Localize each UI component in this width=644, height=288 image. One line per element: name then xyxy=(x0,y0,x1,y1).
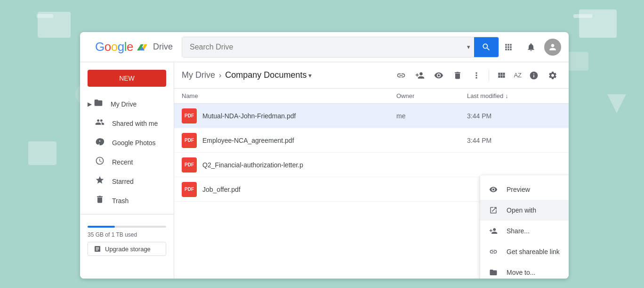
storage-fill xyxy=(88,226,115,228)
search-icon xyxy=(482,42,491,52)
file-name: Employee-NCA_agreement.pdf xyxy=(202,137,396,144)
link-icon xyxy=(396,71,406,80)
details-button[interactable] xyxy=(525,67,542,84)
pdf-icon: PDF xyxy=(182,108,197,123)
search-button[interactable] xyxy=(474,37,499,57)
file-icon: PDF xyxy=(182,108,197,123)
file-name: Job_offer.pdf xyxy=(202,186,396,193)
pdf-icon: PDF xyxy=(182,157,197,173)
settings-button[interactable] xyxy=(544,67,561,84)
sidebar-item-label: Shared with me xyxy=(112,120,158,127)
sort-button[interactable]: AZ xyxy=(512,67,523,84)
share-menu-icon xyxy=(488,225,499,237)
owner-column-header[interactable]: Owner xyxy=(396,92,467,99)
breadcrumb-root[interactable]: My Drive xyxy=(182,70,215,80)
notifications-icon xyxy=(526,42,536,52)
expand-arrow-icon: ▶ xyxy=(88,101,92,107)
table-row[interactable]: PDF Mutual-NDA-John-Friedman.pdf me 3:44… xyxy=(174,104,569,128)
open-with-label: Open with xyxy=(507,206,536,214)
table-row[interactable]: PDF Employee-NCA_agreement.pdf 3:44 PM xyxy=(174,128,569,153)
file-icon: PDF xyxy=(182,133,197,148)
share-menu-label: Share... xyxy=(507,227,530,235)
divider xyxy=(489,70,489,81)
menu-item-move-to[interactable]: Move to... xyxy=(480,262,569,279)
sidebar-item-label: Trash xyxy=(112,197,129,205)
name-column-header[interactable]: Name xyxy=(182,92,396,99)
modified-header-label: Last modified xyxy=(467,92,503,99)
sidebar-item-label: Starred xyxy=(112,178,134,185)
link-menu-icon xyxy=(488,246,499,257)
svg-rect-3 xyxy=(37,14,53,18)
svg-marker-7 xyxy=(607,94,626,113)
folder-icon xyxy=(94,98,103,110)
upgrade-storage-button[interactable]: Upgrade storage xyxy=(88,242,166,256)
search-dropdown-button[interactable]: ▾ xyxy=(463,37,474,57)
share-button[interactable] xyxy=(411,67,428,84)
main-content: My Drive › Company Documents ▾ xyxy=(174,62,569,279)
person-add-icon xyxy=(415,71,425,80)
menu-item-preview[interactable]: Preview xyxy=(480,179,569,200)
storage-bar xyxy=(88,226,166,228)
header: Google Drive ▾ xyxy=(80,32,569,62)
sidebar: NEW ▶ My Drive Shared with me xyxy=(80,62,174,279)
new-button[interactable]: NEW xyxy=(88,70,166,87)
open-with-icon xyxy=(488,205,499,216)
menu-item-get-link[interactable]: Get shareable link xyxy=(480,241,569,262)
sort-label: AZ xyxy=(514,72,522,79)
preview-button[interactable] xyxy=(430,67,447,84)
link-button[interactable] xyxy=(393,67,410,84)
dropdown-icon[interactable]: ▾ xyxy=(308,72,312,79)
sidebar-item-recent[interactable]: Recent xyxy=(80,152,168,172)
context-menu: Preview Open with ▶ xyxy=(480,175,569,279)
file-modified: 3:44 PM xyxy=(467,112,561,120)
table-row[interactable]: PDF Q2_Financial-authorization-letter.p xyxy=(174,153,569,177)
file-list-header: Name Owner Last modified ↓ xyxy=(174,89,569,104)
delete-button[interactable] xyxy=(449,67,466,84)
breadcrumb-current[interactable]: Company Documents xyxy=(225,70,306,80)
settings-icon xyxy=(548,71,557,80)
sidebar-item-starred[interactable]: Starred xyxy=(80,172,168,191)
apps-button[interactable] xyxy=(499,38,518,57)
trash-icon xyxy=(95,195,105,206)
avatar[interactable] xyxy=(544,39,561,56)
name-header-label: Name xyxy=(182,92,198,99)
notifications-button[interactable] xyxy=(522,38,540,57)
recent-icon xyxy=(95,156,105,168)
search-input[interactable] xyxy=(182,37,463,57)
more-vert-icon xyxy=(472,71,481,80)
google-logo: Google xyxy=(95,40,133,54)
file-icon: PDF xyxy=(182,182,197,197)
pdf-icon: PDF xyxy=(182,182,197,197)
sidebar-item-trash[interactable]: Trash xyxy=(80,191,168,210)
sidebar-item-label: Recent xyxy=(112,158,133,166)
grid-icon xyxy=(497,71,506,80)
info-icon xyxy=(529,71,539,80)
more-button[interactable] xyxy=(468,67,485,84)
menu-item-share[interactable]: Share... xyxy=(480,221,569,241)
drive-label: Drive xyxy=(153,42,173,52)
owner-header-label: Owner xyxy=(396,92,414,99)
sort-desc-icon: ↓ xyxy=(505,92,508,99)
upgrade-label: Upgrade storage xyxy=(105,246,151,253)
sidebar-item-shared[interactable]: Shared with me xyxy=(80,114,168,133)
storage-section: 35 GB of 1 TB used Upgrade storage xyxy=(80,214,174,263)
menu-item-open-with[interactable]: Open with ▶ HelloSign xyxy=(480,200,569,221)
shared-icon xyxy=(95,117,105,129)
photos-icon xyxy=(95,137,105,148)
storage-text: 35 GB of 1 TB used xyxy=(88,231,166,238)
star-icon xyxy=(95,175,105,187)
preview-menu-icon xyxy=(488,184,499,195)
sidebar-item-my-drive[interactable]: ▶ My Drive xyxy=(80,94,168,114)
modified-column-header[interactable]: Last modified ↓ xyxy=(467,92,561,99)
svg-rect-1 xyxy=(573,14,592,18)
delete-icon xyxy=(453,71,462,80)
eye-icon xyxy=(434,71,443,80)
svg-rect-2 xyxy=(38,12,71,38)
sidebar-item-photos[interactable]: Google Photos xyxy=(80,133,168,152)
file-icon: PDF xyxy=(182,157,197,173)
preview-menu-label: Preview xyxy=(507,186,530,193)
file-name: Mutual-NDA-John-Friedman.pdf xyxy=(202,112,396,120)
pdf-icon: PDF xyxy=(182,133,197,148)
grid-view-button[interactable] xyxy=(493,67,510,84)
chevron-down-icon: ▾ xyxy=(467,43,470,50)
